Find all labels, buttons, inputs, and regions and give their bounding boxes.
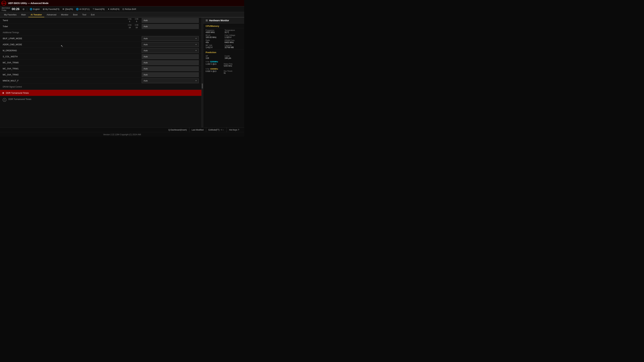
datetime: 09/27/2024 Friday [2, 7, 10, 11]
m-ordering-label: M_ORDERING [3, 49, 142, 52]
additional-timings-row: Additional Timings [0, 29, 202, 35]
mc-sva-trim0-value: Auto [142, 60, 199, 65]
twrrd-value: Auto [142, 18, 199, 23]
dram-freq-value: 6400 MHz [224, 41, 242, 43]
language-button[interactable]: 🌐 English [28, 7, 41, 11]
mc-sva-trim2-label: MC_SVA_TRIM2 [3, 73, 142, 76]
favorite-icon: ⊞ [43, 8, 44, 10]
v-for-val-2: 0.930 V @L5 [206, 70, 224, 74]
q-dashboard-button[interactable]: Q-Dashboard(Insert) [166, 128, 189, 132]
mc-sva-trim1-label: MC_SVA_TRIM1 [3, 67, 142, 70]
mc-sva-trim1-row: MC_SVA_TRIM1 Auto [0, 66, 202, 72]
s-col-width-control: Auto [142, 54, 199, 59]
scrollbar[interactable] [202, 17, 203, 127]
dos-thresh-label: Dos Thresh [224, 70, 242, 72]
hot-keys-button[interactable]: Hot Keys ? [227, 128, 242, 132]
nav-menu: My Favorites Main Ai Tweaker Advanced Mo… [0, 12, 244, 17]
ai-oc-button[interactable]: 🌐 AI OC(F11) [75, 7, 91, 11]
nav-tool[interactable]: Tool [80, 12, 88, 17]
resize-bar-label: ReSize BAR [125, 8, 136, 10]
prediction-title: Prediction [203, 50, 244, 54]
toolbar: 09/27/2024 Friday 00:26 ⚙ | 🌐 English ⊞ … [0, 6, 244, 12]
ratio-item: Ratio 43x [206, 39, 223, 43]
temperature-label: Temperature [224, 29, 242, 31]
hw-monitor-panel: ⊞ Hardware Monitor CPU/Memory Frequency … [203, 17, 244, 127]
addr-cmd-row: ADDR_CMD_MODE Auto ▼ [0, 41, 202, 48]
search-label: Search(F9) [94, 8, 105, 10]
mc-sva-trim2-value: Auto [142, 72, 199, 77]
header-bar: ROG UEFI BIOS Utility — Advanced Mode [0, 0, 244, 6]
ddr-section-header[interactable]: ▶ DDR Turnaround Times [0, 90, 202, 96]
scrollbar-thumb[interactable] [202, 83, 203, 88]
bclk-item: BCLK 100.00 MHz [206, 34, 223, 38]
s-col-width-value: Auto [142, 54, 199, 59]
gear-icon[interactable]: ⚙ [22, 7, 26, 11]
globe-icon: 🌐 [30, 8, 32, 10]
resize-bar-button[interactable]: ⊡ ReSize BAR [121, 7, 138, 11]
ez-mode-icon: ⊣→ [220, 129, 224, 131]
dropdown-arrow-3: ▼ [195, 50, 197, 51]
mc-sva-trim1-control: Auto [142, 66, 199, 71]
info-icon: i [3, 98, 6, 102]
my-favorite-button[interactable]: ⊞ My Favorite(F3) [42, 7, 61, 11]
s-col-width-row: S_COL_WIDTH Auto [0, 54, 202, 60]
cha-col-2: CHA 18 [128, 24, 132, 29]
mmcm-mult-f-row: MMCM_MULT_F Auto ▼ [0, 78, 202, 84]
hot-keys-label: Hot Keys [229, 129, 237, 131]
date: 09/27/2024 [2, 7, 10, 9]
nav-my-favorites[interactable]: My Favorites [2, 12, 19, 17]
mc-sva-trim0-control: Auto [142, 60, 199, 65]
ez-mode-label: EzMode(F7) [208, 129, 220, 131]
clock: 00:26 [12, 7, 20, 11]
day: Friday [2, 9, 10, 11]
settings-table: Twrrd CHA 6 CHB 6 Auto [0, 17, 202, 90]
nav-main[interactable]: Main [19, 12, 28, 17]
cha-col-1: CHA 6 [128, 18, 132, 23]
m-ordering-dropdown[interactable]: Auto ▼ [142, 48, 199, 53]
nav-monitor[interactable]: Monitor [59, 12, 70, 17]
frequency-item: Frequency 4300 MHz [206, 29, 223, 33]
info-row: i DDR Turnaround Times [0, 96, 202, 104]
rog-logo: ROG [1, 1, 6, 6]
ibuf-lpwr-label: IBUF_LPWR_MODE [3, 37, 142, 40]
dram-freq-label: DRAM Freq. [224, 39, 242, 41]
bclk-value: 100.00 MHz [206, 36, 223, 38]
version-bar: Version 2.22.1284 Copyright (C) 2024 AMI [0, 132, 244, 137]
mmcm-mult-f-label: MMCM_MULT_F [3, 80, 142, 82]
mmcm-mult-f-control[interactable]: Auto ▼ [142, 78, 199, 83]
nav-ai-tweaker[interactable]: Ai Tweaker [28, 12, 44, 17]
temperature-value: 31°C [224, 31, 242, 33]
mmcm-mult-f-dropdown[interactable]: Auto ▼ [142, 78, 199, 83]
ez-mode-button[interactable]: EzMode(F7) ⊣→ [206, 128, 227, 132]
addr-cmd-dropdown[interactable]: Auto ▼ [142, 42, 199, 47]
nav-exit[interactable]: Exit [88, 12, 97, 17]
frequency-value: 4300 MHz [206, 31, 223, 33]
s-col-width-label: S_COL_WIDTH [3, 55, 142, 58]
capacity-value: 32768 MB [224, 46, 242, 49]
qfan-button[interactable]: ❄ Qfan(F6) [61, 7, 74, 11]
twrrd-label: Twrrd [3, 19, 128, 22]
nav-advanced[interactable]: Advanced [44, 12, 59, 17]
last-modified-button[interactable]: Last Modified [189, 128, 206, 132]
ibuf-lpwr-control[interactable]: Auto ▼ [142, 36, 199, 41]
fan-icon: ❄ [62, 8, 64, 10]
dram-signal-label: DRAM Signal Control [3, 86, 199, 88]
search-button[interactable]: ? Search(F9) [92, 7, 106, 11]
prediction-grid: SP 119 Cooler 166 pts [203, 54, 244, 60]
core-voltage-value: 1.323 V [224, 36, 242, 38]
additional-timings-label: Additional Timings [3, 31, 199, 34]
aura-button[interactable]: ✦ AURA(F4) [106, 7, 121, 11]
ai-icon: 🌐 [76, 8, 79, 10]
cpu-memory-grid: Frequency 4300 MHz Temperature 31°C BCLK… [203, 28, 244, 50]
capacity-item: Capacity 32768 MB [224, 44, 242, 49]
ibuf-lpwr-dropdown[interactable]: Auto ▼ [142, 36, 199, 41]
addr-cmd-control[interactable]: Auto ▼ [142, 42, 199, 47]
cpu-memory-title: CPU/Memory [203, 23, 244, 28]
mc-volt-label: MC Volt. [206, 44, 223, 46]
ddr-section-label: DDR Turnaround Times [6, 92, 29, 94]
mc-volt-item: MC Volt. 1.412 V [206, 44, 223, 49]
nav-boot[interactable]: Boot [70, 12, 80, 17]
dropdown-arrow: ▼ [195, 37, 197, 39]
aura-label: AURA(F4) [110, 8, 120, 10]
m-ordering-control[interactable]: Auto ▼ [142, 48, 199, 53]
